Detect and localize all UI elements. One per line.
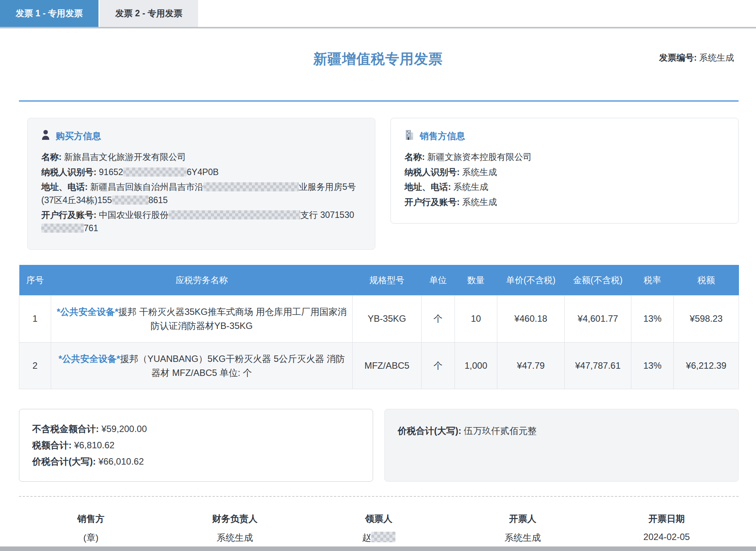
cell-unit: 个 [422,296,455,342]
buyer-address-part1: 新疆昌吉回族自治州昌吉市沿 [90,182,203,192]
buyer-taxid-prefix: 91652 [99,167,123,177]
buyer-name-line: 名称: 新旅昌吉文化旅游开发有限公司 [41,150,361,164]
col-header-tax: 税额 [674,265,739,296]
seller-name-line: 名称: 新疆文旅资本控股有限公司 [405,150,725,164]
seller-info-box: 销售方信息 名称: 新疆文旅资本控股有限公司 纳税人识别号: 系统生成 地址、电… [390,118,739,224]
total-tax-line: 税额合计: ¥6,810.62 [32,437,360,453]
total-excl-tax-line: 不含税金额合计: ¥59,200.00 [32,421,360,437]
buyer-bank-part3: 3071530 [320,210,354,220]
grand-total-value: ¥66,010.62 [98,456,144,466]
col-header-amount: 金额(不含税) [565,265,631,296]
cell-model: MFZ/ABC5 [353,342,422,389]
total-tax-value: ¥6,810.62 [74,440,115,450]
col-header-unit-price: 单价(不含税) [497,265,565,296]
signature-footer: 销售方 (章) 财务负责人 系统生成 领票人 赵 开票人 系统生成 开票日期 2… [19,496,739,544]
cell-tax: ¥598.23 [674,296,739,342]
footer-receiver-value: 赵 [307,532,451,544]
line-items-table: 序号 应税劳务名称 规格型号 单位 数量 单价(不含税) 金额(不含税) 税率 … [19,265,739,389]
cell-tax: ¥6,212.39 [674,342,739,389]
cell-quantity: 1,000 [455,342,497,389]
cell-model: YB-35KG [353,296,422,342]
footer-col-seller: 销售方 (章) [19,513,163,544]
redaction-mosaic [112,196,148,205]
footer-issuer-value: 系统生成 [451,532,595,544]
table-header-row: 序号 应税劳务名称 规格型号 单位 数量 单价(不含税) 金额(不含税) 税率 … [19,265,739,296]
seller-taxid-label: 纳税人识别号: [405,167,460,177]
redaction-mosaic [169,210,300,219]
cell-service-name: *公共安全设备*援邦 干粉灭火器35KG推车式商场 用仓库用工厂用国家消防认证消… [51,296,353,342]
service-name-text: 援邦 干粉灭火器35KG推车式商场 用仓库用工厂用国家消防认证消防器材YB-35… [118,307,347,331]
table-row: 2 *公共安全设备*援邦（YUANBANG）5KG干粉灭火器 5公斤灭火器 消防… [19,342,739,389]
buyer-bank-part2: 支行 [300,210,318,220]
seller-bank-value: 系统生成 [462,197,497,207]
cell-quantity: 10 [455,296,497,342]
invoice-number-label: 发票编号: [659,53,697,63]
tab-invoice-2[interactable]: 发票 2 - 专用发票 [100,0,198,27]
redaction-mosaic [371,532,395,542]
buyer-taxid-suffix: 6Y4P0B [187,167,219,177]
footer-finance-label: 财务负责人 [163,513,307,525]
redaction-mosaic [123,167,187,177]
col-header-tax-rate: 税率 [631,265,674,296]
footer-date-value: 2024-02-05 [595,532,739,542]
buyer-bank-part1: 中国农业银行股份 [99,210,169,220]
grand-total-line: 价税合计(大写): ¥66,010.62 [32,453,360,470]
buyer-address-label: 地址、电话: [41,182,88,192]
redaction-mosaic [41,224,84,233]
building-icon [405,130,414,142]
service-name-text: 援邦（YUANBANG）5KG干粉灭火器 5公斤灭火器 消防器材 MFZ/ABC… [120,354,345,378]
cell-amount: ¥47,787.61 [565,342,631,389]
service-category-tag: *公共安全设备* [58,354,120,364]
footer-seller-value: (章) [19,532,163,544]
buyer-address-line: 地址、电话: 新疆昌吉回族自治州昌吉市沿业服务用房5号(37区4丘34栋)155… [41,180,361,207]
seller-taxid-line: 纳税人识别号: 系统生成 [405,166,725,179]
footer-col-date: 开票日期 2024-02-05 [595,513,739,544]
total-excl-tax-label: 不含税金额合计: [32,424,99,434]
seller-section-title: 销售方信息 [420,130,465,142]
title-divider [19,100,739,102]
table-row: 1 *公共安全设备*援邦 干粉灭火器35KG推车式商场 用仓库用工厂用国家消防认… [19,296,739,342]
total-tax-label: 税额合计: [32,440,72,450]
grand-total-label: 价税合计(大写): [32,456,96,466]
col-header-unit: 单位 [422,265,455,296]
buyer-bank-part4: 761 [84,223,98,233]
footer-col-issuer: 开票人 系统生成 [451,513,595,544]
footer-finance-value: 系统生成 [163,532,307,544]
cell-index: 1 [19,296,51,342]
service-category-tag: *公共安全设备* [57,307,119,317]
party-info-row: 购买方信息 名称: 新旅昌吉文化旅游开发有限公司 纳税人识别号: 916526Y… [27,118,739,250]
invoice-number: 发票编号: 系统生成 [659,52,734,64]
buyer-name-label: 名称: [41,152,62,162]
seller-address-line: 地址、电话: 系统生成 [405,180,725,194]
window-bottom-edge [0,546,756,551]
seller-name-value: 新疆文旅资本控股有限公司 [427,152,532,162]
footer-receiver-label: 领票人 [307,513,451,525]
cell-service-name: *公共安全设备*援邦（YUANBANG）5KG干粉灭火器 5公斤灭火器 消防器材… [51,342,353,389]
cell-amount: ¥4,601.77 [565,296,631,342]
total-excl-tax-value: ¥59,200.00 [102,424,147,434]
seller-section-header: 销售方信息 [405,130,725,142]
footer-col-finance: 财务负责人 系统生成 [163,513,307,544]
buyer-bank-line: 开户行及账号: 中国农业银行股份支行 3071530761 [41,208,361,235]
totals-row: 不含税金额合计: ¥59,200.00 税额合计: ¥6,810.62 价税合计… [19,409,739,482]
buyer-info-box: 购买方信息 名称: 新旅昌吉文化旅游开发有限公司 纳税人识别号: 916526Y… [27,118,375,250]
total-in-words-label: 价税合计(大写): [398,426,461,436]
tab-invoice-1[interactable]: 发票 1 - 专用发票 [0,0,98,27]
seller-bank-line: 开户行及账号: 系统生成 [405,196,725,209]
footer-col-receiver: 领票人 赵 [307,513,451,544]
invoice-header: 新疆增值税专用发票 发票编号: 系统生成 [0,28,756,69]
cell-unit: 个 [422,342,455,389]
buyer-bank-label: 开户行及账号: [41,210,97,220]
seller-bank-label: 开户行及账号: [405,197,460,207]
total-in-words-box: 价税合计(大写): 伍万玖仟贰佰元整 [384,409,739,482]
redaction-mosaic [203,182,299,191]
page-title: 新疆增值税专用发票 [0,50,756,69]
col-header-model: 规格型号 [353,265,422,296]
col-header-service-name: 应税劳务名称 [51,265,353,296]
footer-date-label: 开票日期 [595,513,739,525]
seller-taxid-value: 系统生成 [462,167,497,177]
seller-address-label: 地址、电话: [405,182,451,192]
col-header-index: 序号 [19,265,51,296]
cell-tax-rate: 13% [631,342,674,389]
buyer-taxid-line: 纳税人识别号: 916526Y4P0B [41,166,361,179]
